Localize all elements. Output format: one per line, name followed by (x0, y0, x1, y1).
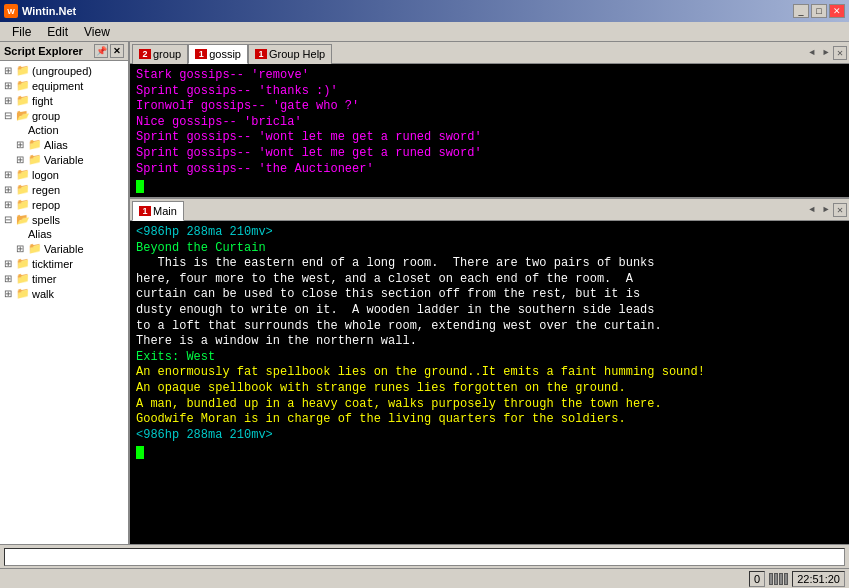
folder-icon: 📁 (16, 287, 30, 300)
gossip-tab-bar: 2 group 1 gossip 1 Group Help ◄ ► ✕ (130, 42, 849, 64)
folder-icon: 📁 (16, 198, 30, 211)
main-line: <986hp 288ma 210mv> (136, 428, 843, 444)
tab-gossip-label: gossip (209, 48, 241, 60)
main-line-room-name: Beyond the Curtain (136, 241, 843, 257)
tree-item-regen[interactable]: ⊞ 📁 regen (0, 182, 128, 197)
main-line: There is a window in the northern wall. (136, 334, 843, 350)
tree-label: Action (28, 124, 59, 136)
app-title: Wintin.Net (22, 5, 76, 17)
expand-icon: ⊞ (4, 258, 14, 269)
tree-item-walk[interactable]: ⊞ 📁 walk (0, 286, 128, 301)
menu-file[interactable]: File (4, 23, 39, 41)
tab-gossip[interactable]: 1 gossip (188, 44, 248, 64)
tree-item-timer[interactable]: ⊞ 📁 timer (0, 271, 128, 286)
tab-main-label: Main (153, 205, 177, 217)
gossip-tab-prev[interactable]: ◄ (805, 46, 819, 60)
command-input[interactable] (4, 548, 845, 566)
main-line: to a loft that surrounds the whole room,… (136, 319, 843, 335)
tab-group-help[interactable]: 1 Group Help (248, 44, 332, 64)
folder-icon: 📁 (28, 138, 42, 151)
tree-item-spells-variable[interactable]: ⊞ 📁 Variable (0, 241, 128, 256)
tree-item-ticktimer[interactable]: ⊞ 📁 ticktimer (0, 256, 128, 271)
folder-icon: 📁 (28, 242, 42, 255)
tree-label: fight (32, 95, 53, 107)
main-line: This is the eastern end of a long room. … (136, 256, 843, 272)
gossip-line: Sprint gossips-- 'wont let me get a rune… (136, 130, 843, 146)
gossip-line: Ironwolf gossips-- 'gate who ?' (136, 99, 843, 115)
tree-item-group-action[interactable]: Action (0, 123, 128, 137)
main-line: An enormously fat spellbook lies on the … (136, 365, 843, 381)
tree-item-fight[interactable]: ⊞ 📁 fight (0, 93, 128, 108)
folder-icon: 📁 (16, 257, 30, 270)
main-line-exits: Exits: West (136, 350, 843, 366)
folder-icon: 📁 (16, 79, 30, 92)
tab-gossip-number: 1 (195, 49, 207, 59)
scrollbar-indicator (769, 573, 773, 585)
expand-icon: ⊞ (16, 243, 26, 254)
gossip-line: Sprint gossips-- 'the Auctioneer' (136, 162, 843, 178)
maximize-button[interactable]: □ (811, 4, 827, 18)
menu-view[interactable]: View (76, 23, 118, 41)
main-terminal[interactable]: <986hp 288ma 210mv> Beyond the Curtain T… (130, 221, 849, 544)
tree-item-spells[interactable]: ⊟ 📂 spells (0, 212, 128, 227)
tree-item-group-variable[interactable]: ⊞ 📁 Variable (0, 152, 128, 167)
tab-group[interactable]: 2 group (132, 44, 188, 64)
cursor (136, 446, 144, 459)
gossip-tab-next[interactable]: ► (819, 46, 833, 60)
gossip-panel-close[interactable]: ✕ (833, 46, 847, 60)
status-time: 22:51:20 (792, 571, 845, 587)
tree-item-group-alias[interactable]: ⊞ 📁 Alias (0, 137, 128, 152)
cursor (136, 180, 144, 193)
tree-item-group[interactable]: ⊟ 📂 group (0, 108, 128, 123)
menu-bar: File Edit View (0, 22, 849, 42)
tree-item-logon[interactable]: ⊞ 📁 logon (0, 167, 128, 182)
main-line: An opaque spellbook with strange runes l… (136, 381, 843, 397)
tab-main-number: 1 (139, 206, 151, 216)
tree-label: Alias (44, 139, 68, 151)
script-explorer: Script Explorer 📌 ✕ ⊞ 📁 (ungrouped) ⊞ 📁 … (0, 42, 130, 544)
gossip-terminal[interactable]: Stark gossips-- 'remove' Sprint gossips-… (130, 64, 849, 199)
tree-item-spells-alias[interactable]: Alias (0, 227, 128, 241)
status-counter: 0 (749, 571, 765, 587)
gossip-line: Nice gossips-- 'bricla' (136, 115, 843, 131)
tree-label: ticktimer (32, 258, 73, 270)
expand-icon: ⊞ (4, 288, 14, 299)
title-bar: W Wintin.Net _ □ ✕ (0, 0, 849, 22)
expand-icon: ⊞ (16, 154, 26, 165)
gossip-line: Sprint gossips-- 'wont let me get a rune… (136, 146, 843, 162)
close-button[interactable]: ✕ (829, 4, 845, 18)
main-tab-prev[interactable]: ◄ (805, 203, 819, 217)
expand-icon: ⊞ (4, 65, 14, 76)
pin-button[interactable]: 📌 (94, 44, 108, 58)
main-line: dusty enough to write on it. A wooden la… (136, 303, 843, 319)
tree-item-repop[interactable]: ⊞ 📁 repop (0, 197, 128, 212)
tree-label: Alias (28, 228, 52, 240)
right-panel: 2 group 1 gossip 1 Group Help ◄ ► ✕ Star… (130, 42, 849, 544)
main-line: A man, bundled up in a heavy coat, walks… (136, 397, 843, 413)
main-layout: Script Explorer 📌 ✕ ⊞ 📁 (ungrouped) ⊞ 📁 … (0, 42, 849, 544)
main-panel-close[interactable]: ✕ (833, 203, 847, 217)
tree-item-equipment[interactable]: ⊞ 📁 equipment (0, 78, 128, 93)
gossip-cursor-line (136, 177, 843, 193)
main-tab-bar: 1 Main ◄ ► ✕ (130, 199, 849, 221)
explorer-close-button[interactable]: ✕ (110, 44, 124, 58)
minimize-button[interactable]: _ (793, 4, 809, 18)
folder-icon: 📁 (28, 153, 42, 166)
tab-main[interactable]: 1 Main (132, 201, 184, 221)
gossip-line: Stark gossips-- 'remove' (136, 68, 843, 84)
expand-icon: ⊞ (4, 199, 14, 210)
expand-icon: ⊞ (4, 273, 14, 284)
expand-icon: ⊟ (4, 214, 14, 225)
main-tab-next[interactable]: ► (819, 203, 833, 217)
counter-value: 0 (754, 573, 760, 585)
expand-icon: ⊞ (4, 184, 14, 195)
tree-item-ungrouped[interactable]: ⊞ 📁 (ungrouped) (0, 63, 128, 78)
script-explorer-title: Script Explorer (4, 45, 83, 57)
folder-icon: 📁 (16, 64, 30, 77)
menu-edit[interactable]: Edit (39, 23, 76, 41)
folder-icon: 📂 (16, 109, 30, 122)
tree-label: equipment (32, 80, 83, 92)
script-tree: ⊞ 📁 (ungrouped) ⊞ 📁 equipment ⊞ 📁 fight … (0, 61, 128, 544)
time-value: 22:51:20 (797, 573, 840, 585)
expand-icon: ⊟ (4, 110, 14, 121)
